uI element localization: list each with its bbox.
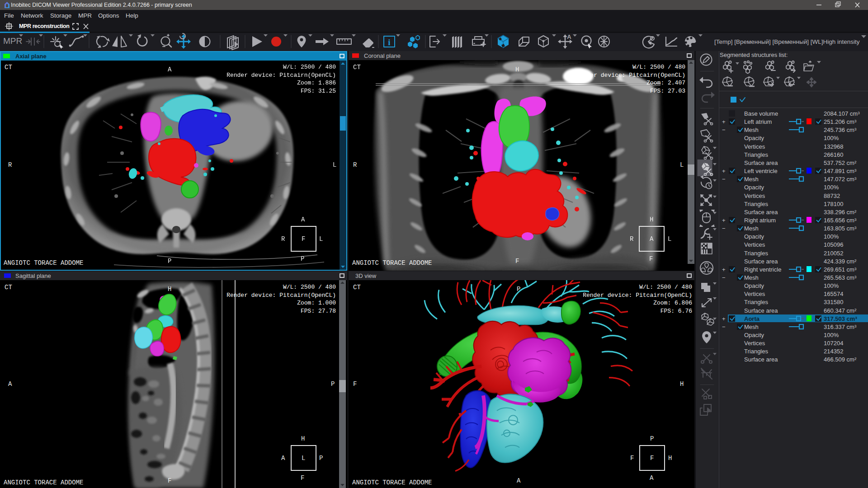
svg-text:A: A	[567, 33, 571, 40]
svg-text:i: i	[388, 38, 390, 47]
